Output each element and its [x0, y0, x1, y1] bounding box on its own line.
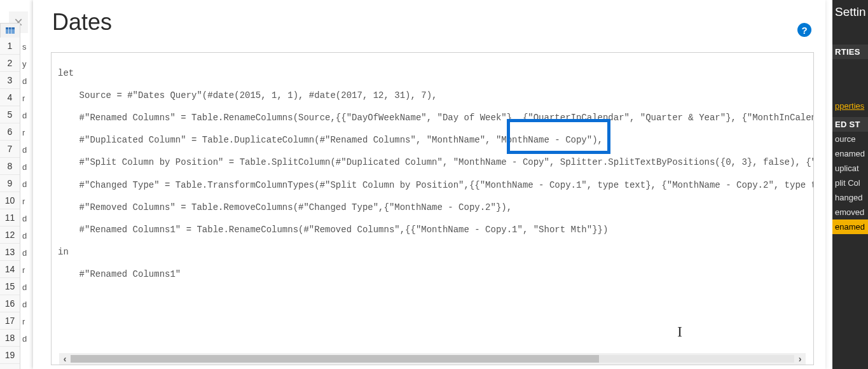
applied-steps-header: ED ST: [832, 117, 868, 132]
row-num[interactable]: 16: [0, 295, 20, 312]
row-num[interactable]: 11: [0, 209, 20, 226]
row-num[interactable]: 7: [0, 141, 20, 158]
svg-rect-1: [6, 27, 15, 29]
code-line: let: [58, 68, 807, 80]
query-title: Dates: [33, 0, 825, 45]
row-num[interactable]: 1: [0, 38, 20, 55]
step-changed[interactable]: hanged: [832, 190, 868, 205]
row-num[interactable]: 6: [0, 123, 20, 141]
step-source[interactable]: ource: [832, 132, 868, 146]
row-num[interactable]: 15: [0, 278, 20, 295]
properties-header: RTIES: [832, 45, 868, 59]
step-removed[interactable]: emoved: [832, 205, 868, 219]
step-renamed1[interactable]: enamed: [832, 219, 868, 234]
code-area[interactable]: let Source = #"Dates Query"(#date(2015, …: [52, 53, 813, 352]
advanced-editor-window: Dates ? let Source = #"Dates Query"(#dat…: [33, 0, 825, 369]
step-duplicated[interactable]: uplicat: [832, 161, 868, 176]
row-num[interactable]: 18: [0, 330, 20, 347]
code-line: in: [58, 247, 807, 258]
all-properties-link[interactable]: pperties: [832, 97, 868, 115]
table-icon[interactable]: [0, 23, 20, 38]
bg-col-frag: sydr drdd drdd drdd rd: [21, 38, 30, 365]
code-line: #"Removed Columns" = Table.RemoveColumns…: [58, 202, 807, 214]
code-line: #"Renamed Columns" = Table.RenameColumns…: [58, 113, 807, 124]
row-num[interactable]: 14: [0, 261, 20, 278]
row-num[interactable]: 9: [0, 175, 20, 192]
text-cursor-icon: I: [677, 326, 682, 338]
code-line: Source = #"Dates Query"(#date(2015, 1, 1…: [58, 90, 807, 102]
scroll-right-arrow-icon[interactable]: ›: [794, 353, 806, 365]
row-num[interactable]: 8: [0, 158, 20, 175]
row-number-gutter: 1 2 3 4 5 6 7 8 9 10 11 12 13 14 15 16 1…: [0, 38, 20, 369]
step-split[interactable]: plit Col: [832, 176, 868, 190]
step-renamed[interactable]: enamed: [832, 146, 868, 161]
code-line: #"Duplicated Column" = Table.DuplicateCo…: [58, 135, 807, 146]
scroll-thumb[interactable]: [71, 355, 599, 363]
row-num[interactable]: 17: [0, 312, 20, 330]
row-num[interactable]: 5: [0, 106, 20, 123]
code-line: #"Renamed Columns1" = Table.RenameColumn…: [58, 225, 807, 236]
row-num[interactable]: 12: [0, 226, 20, 244]
code-editor[interactable]: let Source = #"Dates Query"(#date(2015, …: [51, 52, 814, 365]
scroll-left-arrow-icon[interactable]: ‹: [59, 353, 71, 365]
help-icon[interactable]: ?: [797, 23, 811, 37]
code-line: #"Split Column by Position" = Table.Spli…: [58, 157, 807, 169]
row-num[interactable]: 2: [0, 55, 20, 72]
settings-title: Settin: [832, 0, 868, 25]
horizontal-scrollbar[interactable]: ‹ ›: [59, 353, 806, 365]
scroll-track[interactable]: [71, 355, 794, 363]
query-settings-panel: Settin RTIES pperties ED ST ource enamed…: [832, 0, 868, 369]
code-line: #"Renamed Columns1": [58, 269, 807, 281]
code-line: #"Changed Type" = Table.TransformColumnT…: [58, 180, 807, 191]
row-num[interactable]: 13: [0, 244, 20, 261]
row-num[interactable]: 4: [0, 89, 20, 106]
row-num[interactable]: 10: [0, 192, 20, 209]
row-num[interactable]: 19: [0, 347, 20, 364]
row-num[interactable]: 3: [0, 72, 20, 89]
